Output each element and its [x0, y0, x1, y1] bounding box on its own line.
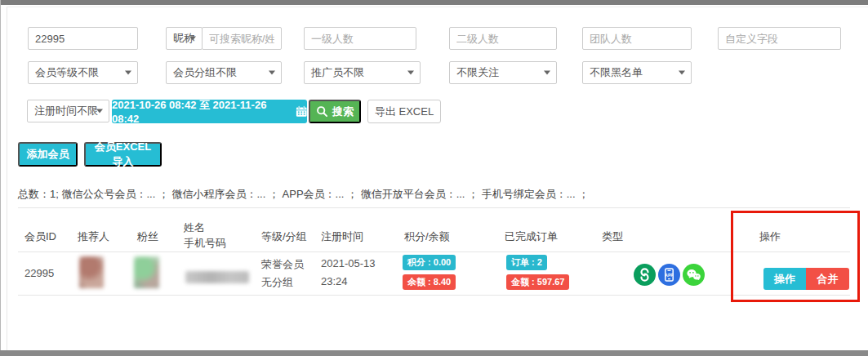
- name-phone-redacted: [185, 271, 249, 283]
- promoter-select[interactable]: 推广员不限: [304, 61, 421, 84]
- bottom-gray-bar: [0, 350, 868, 356]
- chevron-down-icon: [125, 71, 131, 75]
- app-icon: APP: [658, 264, 680, 286]
- level2-count-input[interactable]: [449, 27, 557, 50]
- member-admin-page: 昵称 会员等级不限 会员分组不限 推广员不限 不限关注 不限黑名单 注册时间不限…: [0, 0, 868, 356]
- fan-avatar: [134, 256, 159, 288]
- annotation-highlight-box: [731, 211, 860, 302]
- top-gray-bar: [0, 0, 868, 5]
- col-header-name: 姓名: [184, 220, 205, 235]
- row-reg-date: 2021-05-13: [321, 257, 376, 269]
- follow-select-label: 不限关注: [456, 65, 499, 80]
- custom-field-input[interactable]: [718, 27, 841, 50]
- row-reg-clock: 23:24: [321, 275, 348, 287]
- member-level-select-label: 会员等级不限: [35, 65, 99, 80]
- blacklist-select-label: 不限黑名单: [590, 65, 643, 80]
- blacklist-select[interactable]: 不限黑名单: [582, 61, 692, 84]
- header-divider: [18, 251, 850, 252]
- member-excel-import-button[interactable]: 会员EXCEL导入: [84, 142, 162, 167]
- col-header-reg-time: 注册时间: [321, 229, 363, 244]
- referrer-avatar: [79, 256, 104, 288]
- orders-badge: 订单 : 2: [506, 255, 547, 270]
- row-member-level: 荣誉会员: [261, 257, 304, 272]
- register-time-select-label: 注册时间不限: [34, 104, 98, 118]
- follow-select[interactable]: 不限关注: [449, 61, 557, 84]
- left-edge-line: [0, 0, 1, 356]
- date-range-picker[interactable]: 2021-10-26 08:42 至 2021-11-26 08:42: [112, 100, 307, 123]
- chevron-down-icon: [679, 71, 685, 75]
- nickname-field-select[interactable]: 昵称: [166, 27, 203, 50]
- search-icon: [316, 105, 328, 118]
- calendar-icon: [296, 105, 307, 118]
- amount-badge: 金额 : 597.67: [506, 274, 569, 290]
- col-header-referrer: 推荐人: [78, 229, 109, 244]
- chevron-down-icon: [407, 71, 414, 75]
- chevron-down-icon: [544, 71, 550, 75]
- export-excel-label: 导出 EXCEL: [375, 105, 434, 119]
- balance-badge: 余额 : 8.40: [403, 274, 456, 290]
- chevron-down-icon: [96, 109, 103, 113]
- member-id-input[interactable]: [28, 27, 138, 50]
- table-top-divider: [18, 207, 850, 208]
- promoter-select-label: 推广员不限: [311, 65, 364, 80]
- col-header-level-group: 等级/分组: [261, 229, 307, 244]
- member-group-select[interactable]: 会员分组不限: [166, 61, 282, 84]
- member-group-select-label: 会员分组不限: [173, 65, 237, 80]
- team-count-input[interactable]: [582, 27, 692, 50]
- row-member-group: 无分组: [261, 275, 293, 290]
- col-header-points-balance: 积分/余额: [404, 229, 450, 244]
- chevron-down-icon: [189, 37, 196, 41]
- member-excel-import-label: 会员EXCEL导入: [91, 140, 155, 169]
- miniprogram-icon: [634, 264, 656, 286]
- member-count-summary: 总数：1; 微信公众号会员：... ； 微信小程序会员：... ； APP会员：…: [18, 187, 589, 202]
- svg-text:APP: APP: [665, 273, 674, 278]
- add-member-button[interactable]: 添加会员: [18, 142, 78, 167]
- nickname-search-input[interactable]: [202, 27, 282, 50]
- col-header-type: 类型: [602, 229, 623, 244]
- search-button[interactable]: 搜索: [309, 100, 361, 123]
- member-level-select[interactable]: 会员等级不限: [28, 61, 138, 84]
- col-header-phone: 手机号码: [184, 236, 226, 251]
- search-button-label: 搜索: [332, 105, 354, 119]
- points-badge: 积分 : 0.00: [403, 255, 456, 270]
- register-time-select[interactable]: 注册时间不限: [27, 100, 109, 122]
- add-member-label: 添加会员: [27, 147, 69, 162]
- col-header-member-id: 会员ID: [24, 229, 56, 244]
- chevron-down-icon: [269, 71, 275, 75]
- level1-count-input[interactable]: [304, 27, 416, 50]
- row-divider: [18, 295, 850, 296]
- export-excel-button[interactable]: 导出 EXCEL: [367, 100, 441, 123]
- date-range-text: 2021-10-26 08:42 至 2021-11-26 08:42: [112, 98, 291, 125]
- wechat-icon: [683, 264, 705, 286]
- row-member-id: 22995: [24, 267, 54, 279]
- col-header-fans: 粉丝: [137, 229, 158, 244]
- col-header-orders: 已完成订单: [505, 229, 558, 244]
